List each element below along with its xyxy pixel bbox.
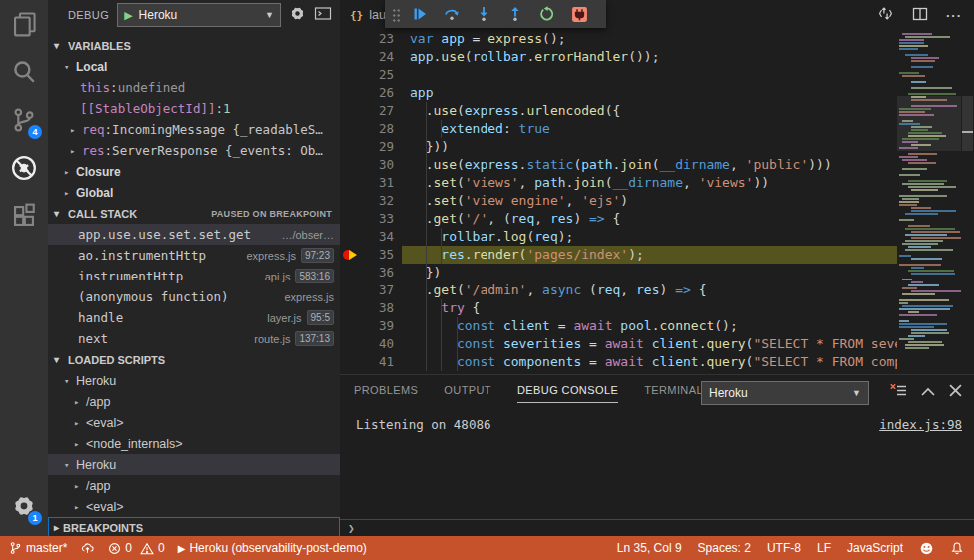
problems-item[interactable]: 0 0 [108,541,164,555]
breakpoint-gutter[interactable] [340,228,360,246]
loaded-script-item[interactable]: ▸/app [48,391,340,412]
close-panel-icon[interactable] [949,384,962,400]
breakpoint-gutter[interactable] [340,156,360,174]
code-line[interactable]: 39 const client = await pool.connect(); [340,317,897,335]
step-out-button[interactable] [503,2,527,26]
call-stack-frame[interactable]: instrumentHttpapi.js583:16 [48,266,340,286]
code-editor[interactable]: 23var app = express();24app.use(rollbar.… [340,30,974,374]
minimap[interactable] [897,30,961,374]
variables-scope-row[interactable]: ▾Local [48,56,340,77]
panel-tab-output[interactable]: OUTPUT [444,384,491,403]
code-line[interactable]: 38 try { [340,299,897,317]
maximize-panel-icon[interactable] [921,385,935,400]
breakpoint-gutter[interactable] [340,66,360,84]
cursor-position-item[interactable]: Ln 35, Col 9 [617,541,682,555]
encoding-item[interactable]: UTF-8 [767,541,801,555]
loaded-script-item[interactable]: ▸<node_internals> [48,433,340,454]
search-icon[interactable] [0,48,48,96]
breakpoint-gutter[interactable] [340,246,360,264]
notifications-bell-icon[interactable] [950,541,964,556]
breakpoint-gutter[interactable] [340,30,360,48]
code-line[interactable]: 29 })) [340,138,897,156]
variable-row[interactable]: [[StableObjectId]]: 1 [48,98,340,119]
eol-item[interactable]: LF [817,541,831,555]
code-line[interactable]: 41 const components = await client.query… [340,353,897,371]
sync-changes-item[interactable] [80,541,95,555]
scrollbar-slider[interactable] [962,96,973,151]
breakpoint-gutter[interactable] [340,281,360,299]
breakpoint-gutter[interactable] [340,174,360,192]
source-link[interactable]: index.js:98 [879,417,962,432]
code-line[interactable]: 34 rollbar.log(req); [340,228,897,246]
variable-row[interactable]: ▸req: IncomingMessage {_readableS… [48,119,340,140]
code-line[interactable]: 32 .set('view engine', 'ejs') [340,192,897,210]
loaded-script-item[interactable]: ▸/app [48,475,340,496]
loaded-script-item[interactable]: ▾Heroku [48,454,340,475]
variable-row[interactable]: ▸res: ServerResponse {_events: Ob… [48,140,340,161]
code-line[interactable]: 33 .get('/', (req, res) => { [340,210,897,228]
explorer-icon[interactable] [0,0,48,48]
code-line[interactable]: 28 extended: true [340,120,897,138]
code-line[interactable]: 23var app = express(); [340,30,897,48]
continue-button[interactable] [408,2,432,26]
breakpoint-gutter[interactable] [340,335,360,353]
extensions-icon[interactable] [0,192,48,240]
step-into-button[interactable] [472,2,495,26]
restart-button[interactable] [535,2,559,26]
debug-console-input[interactable]: ❯ [340,519,974,536]
breakpoint-gutter[interactable] [340,102,360,120]
breakpoint-gutter[interactable] [340,192,360,210]
variable-row[interactable]: this: undefined [48,77,340,98]
breakpoint-gutter[interactable] [340,264,360,281]
indentation-item[interactable]: Spaces: 2 [698,541,751,555]
call-stack-frame[interactable]: ao.instrumentHttpexpress.js97:23 [48,245,340,266]
variables-scope-row[interactable]: ▸Closure [48,161,340,182]
language-mode-item[interactable]: JavaScript [847,541,903,555]
debug-session-dropdown[interactable]: Heroku ▼ [701,381,869,405]
breakpoint-gutter[interactable] [340,120,360,138]
source-control-icon[interactable]: 4 [0,96,48,144]
breakpoint-gutter[interactable] [340,48,360,66]
feedback-smiley-icon[interactable] [919,541,934,556]
code-line[interactable]: 24app.use(rollbar.errorHandler()); [340,48,897,66]
loaded-scripts-section-header[interactable]: ▾ LOADED SCRIPTS [48,349,340,370]
code-line[interactable]: 36 }) [340,264,897,281]
panel-tab-debug-console[interactable]: DEBUG CONSOLE [517,384,618,403]
editor-scrollbar[interactable] [961,30,974,374]
code-line[interactable]: 35 res.render('pages/index'); [340,246,897,264]
split-editor-icon[interactable] [912,6,928,25]
toolbar-drag-handle[interactable] [391,7,400,22]
breakpoint-gutter[interactable] [340,84,360,102]
step-over-button[interactable] [440,2,464,26]
breakpoint-gutter[interactable] [340,299,360,317]
code-line[interactable]: 40 const severities = await client.query… [340,335,897,353]
call-stack-frame[interactable]: (anonymous function)express.js [48,286,340,307]
clear-console-icon[interactable] [890,383,907,401]
start-debug-icon[interactable]: ▶ [124,9,132,22]
code-line[interactable]: 30 .use(express.static(path.join(__dirna… [340,156,897,174]
breakpoint-gutter[interactable] [340,317,360,335]
code-line[interactable]: 25 [340,66,897,84]
debug-icon[interactable] [0,144,48,192]
debug-session-item[interactable]: ▶ Heroku (observability-post-demo) [178,541,367,555]
git-branch-item[interactable]: master* [9,541,67,555]
more-actions-icon[interactable]: ··· [946,8,962,23]
breakpoint-gutter[interactable] [340,353,360,371]
disconnect-button[interactable] [567,2,591,26]
code-line[interactable]: 37 .get('/admin', async (req, res) => { [340,281,897,299]
code-line[interactable]: 27 .use(express.urlencoded({ [340,102,897,120]
loaded-script-item[interactable]: ▾Heroku [48,370,340,391]
open-debug-console-icon[interactable] [314,6,332,24]
manage-gear-icon[interactable]: 1 [0,482,48,530]
loaded-script-item[interactable]: ▸<eval> [48,412,340,433]
breakpoint-gutter[interactable] [340,138,360,156]
call-stack-frame[interactable]: nextroute.js137:13 [48,328,340,349]
call-stack-section-header[interactable]: ▾ CALL STACK PAUSED ON BREAKPOINT [48,203,340,224]
code-line[interactable]: 31 .set('views', path.join(__dirname, 'v… [340,174,897,192]
variables-scope-row[interactable]: ▸Global [48,182,340,203]
code-line[interactable]: 26app [340,84,897,102]
call-stack-frame[interactable]: app.use.use.set.set.get…/obser… [48,224,340,245]
panel-tab-problems[interactable]: PROBLEMS [354,384,418,403]
breakpoints-section-header[interactable]: ▸ BREAKPOINTS [48,517,340,536]
panel-tab-terminal[interactable]: TERMINAL [644,384,703,403]
